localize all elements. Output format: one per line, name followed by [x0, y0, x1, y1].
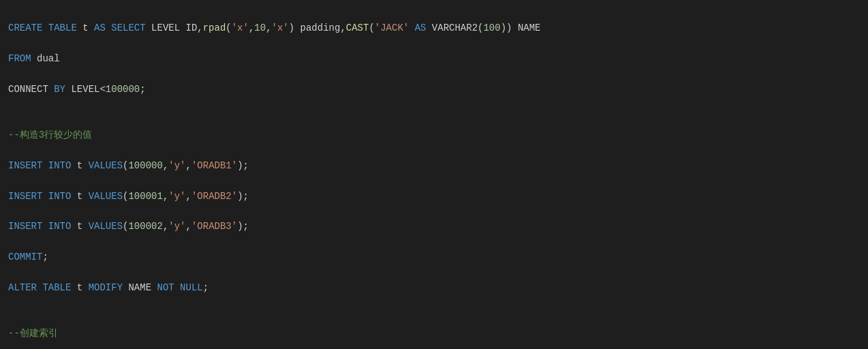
- code-line-10: ALTER TABLE t MODIFY NAME NOT NULL;: [8, 280, 860, 295]
- code-line-3: CONNECT BY LEVEL<100000;: [8, 82, 860, 97]
- code-line-9: COMMIT;: [8, 249, 860, 264]
- code-line-2: FROM dual: [8, 51, 860, 66]
- code-editor: CREATE TABLE t AS SELECT LEVEL ID,rpad('…: [0, 0, 868, 349]
- code-line-12: --创建索引: [8, 326, 860, 341]
- code-line-7: INSERT INTO t VALUES(100001,'y','ORADB2'…: [8, 189, 860, 204]
- code-line-6: INSERT INTO t VALUES(100000,'y','ORADB1'…: [8, 158, 860, 173]
- code-line-1: CREATE TABLE t AS SELECT LEVEL ID,rpad('…: [8, 20, 860, 35]
- code-line-5: --构造3行较少的值: [8, 127, 860, 142]
- code-line-8: INSERT INTO t VALUES(100002,'y','ORADB3'…: [8, 219, 860, 234]
